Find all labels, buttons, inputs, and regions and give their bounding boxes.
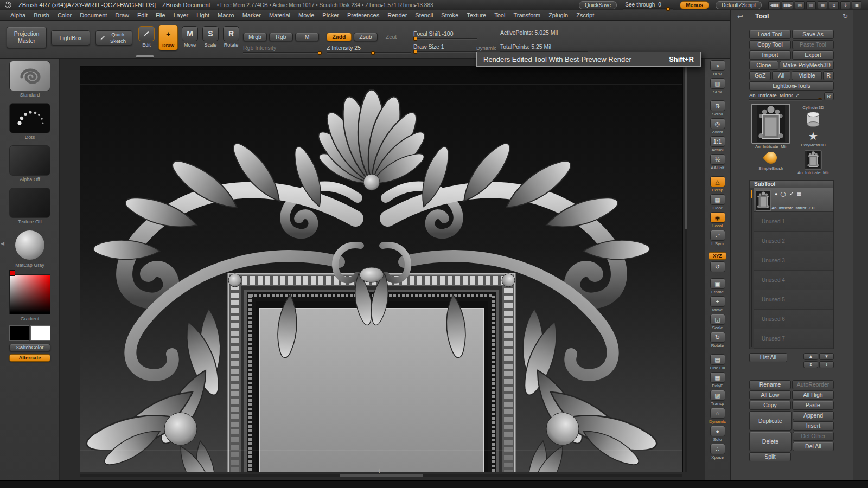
menu-item-draw[interactable]: Draw xyxy=(111,11,133,20)
copy-document-icon[interactable]: ▤ xyxy=(795,1,805,9)
see-through-slider[interactable]: See-through 0 xyxy=(623,1,673,9)
subtool-slot-5[interactable]: Unused 5 xyxy=(754,290,833,310)
export-doc-icon[interactable]: ▣ xyxy=(852,1,861,9)
menu-item-marker[interactable]: Marker xyxy=(239,11,265,20)
draw-size-handle[interactable] xyxy=(413,50,417,54)
simplebrush-tool[interactable]: SimpleBrush xyxy=(749,150,793,176)
subtool-to-top-button[interactable]: ↥ xyxy=(803,361,818,368)
append-button[interactable]: Append xyxy=(793,411,834,420)
tool-copy-tool-button[interactable]: Copy Tool xyxy=(749,40,791,49)
rgb-intensity-slider[interactable]: Rgb Intensity xyxy=(243,44,322,53)
menu-item-stencil[interactable]: Stencil xyxy=(411,11,437,20)
defaultzscript-button[interactable]: DefaultZScript xyxy=(716,1,762,9)
current-alpha-thumbnail[interactable] xyxy=(9,145,50,176)
tool-lightbox-tools-button[interactable]: Lightbox▸Tools xyxy=(749,81,834,91)
lock-icon[interactable]: ◘ xyxy=(829,1,839,9)
panel-back-icon[interactable]: ↩ xyxy=(737,12,743,21)
zadd-button[interactable]: Zadd xyxy=(327,33,352,41)
menu-item-color[interactable]: Color xyxy=(54,11,75,20)
del-all-button[interactable]: Del All xyxy=(793,442,834,451)
subtool-header[interactable]: SubTool xyxy=(749,180,834,188)
subtool-slot-7[interactable]: Unused 7 xyxy=(754,329,833,349)
rgb-intensity-handle[interactable] xyxy=(318,51,322,55)
xyz-button[interactable]: XYZ xyxy=(709,252,726,260)
focal-shift-handle[interactable] xyxy=(413,37,417,41)
mrgb-button[interactable]: Mrgb xyxy=(243,33,267,41)
right-shelf-scale[interactable]: ◱Scale xyxy=(710,314,725,330)
lightbox-button[interactable]: LightBox xyxy=(51,30,90,46)
canvas-horizontal-scrollbar[interactable] xyxy=(80,474,682,477)
subtool-grid-icon[interactable]: ▦ xyxy=(797,191,802,197)
paste-button[interactable]: Paste xyxy=(792,401,834,410)
right-shelf-actual[interactable]: 1:1Actual xyxy=(710,136,725,152)
menu-item-light[interactable]: Light xyxy=(193,11,213,20)
subtool-slot-1[interactable]: Unused 1 xyxy=(754,212,833,232)
menu-item-layer[interactable]: Layer xyxy=(170,11,193,20)
right-shelf-aahalf[interactable]: ½AAHalf xyxy=(710,154,725,170)
scale-mode-button[interactable]: S Scale xyxy=(201,25,220,49)
visibility-eye-icon[interactable]: ● xyxy=(775,191,777,197)
right-shelf-solo[interactable]: ●Solo xyxy=(710,426,725,442)
subtool-slot-3[interactable]: Unused 3 xyxy=(754,251,833,271)
rotate-mode-button[interactable]: R Rotate xyxy=(221,25,241,49)
menu-item-file[interactable]: File xyxy=(152,11,169,20)
current-texture-thumbnail[interactable] xyxy=(9,188,50,218)
gradient-label[interactable]: Gradient xyxy=(0,316,60,322)
switchcolor-button[interactable]: SwitchColor xyxy=(9,344,50,351)
subtool-pen-icon[interactable] xyxy=(789,191,794,197)
current-stroke-thumbnail[interactable] xyxy=(9,103,50,133)
z-intensity-slider[interactable]: Z Intensity 25 xyxy=(327,44,411,53)
doc-scroll-arrows[interactable]: ▲ ▼ xyxy=(378,468,381,473)
tool-import-button[interactable]: Import xyxy=(749,50,791,60)
grid-document-icon[interactable]: ▦ xyxy=(818,1,827,9)
focal-shift-slider[interactable]: Focal Shift -100 xyxy=(413,30,477,39)
insert-button[interactable]: Insert xyxy=(793,421,834,431)
rename-button[interactable]: Rename xyxy=(749,380,791,389)
autoreorder-button[interactable]: AutoReorder xyxy=(792,380,834,389)
all-high-button[interactable]: All High xyxy=(792,390,834,400)
see-through-handle[interactable] xyxy=(666,7,670,11)
right-shelf-xpose[interactable]: ∴Xpose xyxy=(710,444,725,460)
cylinder3d-tool[interactable]: Cylinder3D xyxy=(793,103,834,130)
menu-item-macro[interactable]: Macro xyxy=(214,11,238,20)
list-all-button[interactable]: List All xyxy=(749,353,787,362)
shelf-drag-handle[interactable] xyxy=(136,55,154,58)
menu-item-material[interactable]: Material xyxy=(265,11,294,20)
split-button[interactable]: Split xyxy=(749,452,791,461)
tool-load-tool-button[interactable]: Load Tool xyxy=(749,30,791,39)
menu-item-brush[interactable]: Brush xyxy=(30,11,53,20)
menu-item-stroke[interactable]: Stroke xyxy=(437,11,462,20)
panel-refresh-icon[interactable]: ↻ xyxy=(843,12,848,20)
paste-document-icon[interactable]: ▥ xyxy=(806,1,816,9)
secondary-color-swatch[interactable] xyxy=(30,325,50,341)
right-shelf-spin[interactable]: ↺ xyxy=(710,261,725,272)
right-shelf-floor[interactable]: ▦Floor xyxy=(710,194,725,210)
vertical-scroll-thumb[interactable] xyxy=(685,67,687,229)
menu-item-zplugin[interactable]: Zplugin xyxy=(545,11,572,20)
alternate-button[interactable]: Alternate xyxy=(9,354,50,362)
subtool-slot-4[interactable]: Unused 4 xyxy=(754,271,833,290)
draw-mode-button[interactable]: + Draw xyxy=(158,25,178,50)
tray-collapse-icon[interactable]: ◀ xyxy=(1,241,4,246)
tool-paste-tool-button[interactable]: Paste Tool xyxy=(792,40,834,49)
right-shelf-polyf[interactable]: ▦PolyF xyxy=(710,372,725,388)
menus-button[interactable]: Menus xyxy=(680,1,709,9)
rgb-button[interactable]: Rgb xyxy=(269,33,293,41)
recent-tool-thumbnail[interactable]: An_Intricate_Mir xyxy=(793,150,834,176)
del-other-button[interactable]: Del Other xyxy=(793,432,834,441)
right-shelf-move[interactable]: +Move xyxy=(710,296,725,312)
quick-sketch-button[interactable]: Quick Sketch xyxy=(95,30,132,46)
right-shelf-ghost[interactable]: ◌Dynamic xyxy=(709,408,726,424)
current-color-swatch[interactable] xyxy=(9,270,15,276)
subtool-item-selected[interactable]: ● ◯ ▦ An_Intricate_Mirror_ZTL xyxy=(754,188,833,212)
projection-master-button[interactable]: Projection Master xyxy=(7,27,47,48)
duplicate-button[interactable]: Duplicate xyxy=(749,411,792,431)
right-shelf-frame[interactable]: ▣Frame xyxy=(710,278,725,294)
zcut-button[interactable]: Zcut xyxy=(380,33,403,41)
right-shelf-rotate[interactable]: ↻Rotate xyxy=(710,332,725,348)
horizontal-scroll-thumb[interactable] xyxy=(340,474,423,477)
tool-goz-button[interactable]: GoZ xyxy=(749,71,771,80)
delete-button[interactable]: Delete xyxy=(749,432,792,451)
menu-item-transform[interactable]: Transform xyxy=(509,11,544,20)
tool-name-slider[interactable]: An_Intricate_Mirror_Z xyxy=(749,92,822,100)
